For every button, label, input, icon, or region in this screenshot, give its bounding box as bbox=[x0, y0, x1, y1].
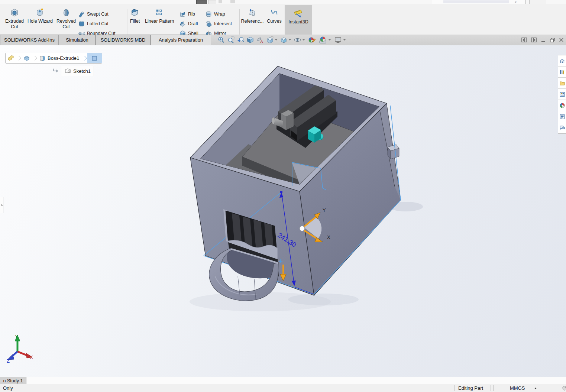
status-separator-2 bbox=[491, 385, 491, 391]
reference-geometry-button[interactable]: Referenc... bbox=[241, 7, 264, 37]
sketch-name-label[interactable]: Sketch1 bbox=[73, 68, 91, 74]
zoom-to-fit-icon[interactable] bbox=[217, 36, 226, 44]
sketch-icon bbox=[64, 68, 71, 75]
task-pane-home[interactable] bbox=[558, 55, 566, 67]
hide-show-items-icon[interactable] bbox=[293, 36, 302, 44]
reference-geometry-icon bbox=[241, 8, 264, 18]
command-tab-row: SOLIDWORKS Add-Ins Simulation SOLIDWORKS… bbox=[0, 35, 566, 46]
curves-button[interactable]: Curves bbox=[265, 7, 284, 37]
close-window-icon[interactable] bbox=[557, 36, 565, 43]
breadcrumb-selected-face[interactable] bbox=[87, 53, 102, 63]
wrap-button[interactable]: Wrap bbox=[205, 10, 225, 19]
task-pane-design-library[interactable] bbox=[558, 67, 566, 78]
instant3d-icon bbox=[285, 9, 312, 19]
breadcrumb-body-item[interactable] bbox=[22, 53, 32, 63]
collapse-right-pane-icon[interactable] bbox=[530, 36, 537, 43]
tab-simulation[interactable]: Simulation bbox=[59, 35, 96, 45]
task-pane-custom-properties[interactable] bbox=[558, 111, 566, 122]
extruded-cut-button[interactable]: Extruded Cut bbox=[4, 7, 25, 37]
part-model[interactable]: 241.30 Y X bbox=[0, 45, 566, 377]
breadcrumb-part-item[interactable] bbox=[6, 53, 16, 63]
draft-icon bbox=[179, 20, 186, 27]
hole-wizard-button[interactable]: Hole Wizard bbox=[27, 7, 54, 37]
view-orientation-icon[interactable] bbox=[265, 36, 274, 44]
motion-study-tab[interactable]: n Study 1 bbox=[0, 377, 26, 384]
curves-icon bbox=[265, 8, 284, 18]
editing-mode-label: Editing Part bbox=[458, 385, 483, 391]
hole-wizard-icon bbox=[27, 8, 54, 18]
forum-icon bbox=[559, 125, 565, 131]
breadcrumb-sketch-row[interactable]: Sketch1 bbox=[52, 66, 94, 76]
hide-show-items-dropdown-arrow[interactable] bbox=[303, 39, 305, 41]
swept-cut-icon bbox=[78, 11, 85, 18]
apply-scene-icon[interactable] bbox=[318, 36, 327, 44]
task-pane-tabs[interactable] bbox=[558, 55, 566, 134]
part-icon bbox=[7, 55, 14, 62]
breadcrumb[interactable]: Boss-Extrude1 bbox=[5, 53, 102, 64]
intersect-button[interactable]: Intersect bbox=[205, 19, 232, 28]
revolved-cut-icon bbox=[55, 8, 77, 18]
minimize-window-icon[interactable] bbox=[540, 36, 547, 43]
rib-button[interactable]: Rib bbox=[179, 10, 195, 19]
restore-window-icon[interactable] bbox=[549, 36, 556, 43]
ribbon-group-divider-2 bbox=[239, 9, 240, 36]
rib-icon bbox=[179, 11, 186, 18]
previous-view-icon[interactable] bbox=[236, 36, 245, 44]
extruded-cut-icon bbox=[4, 8, 25, 18]
fillet-icon bbox=[126, 8, 144, 18]
lofted-cut-icon bbox=[78, 20, 85, 27]
unit-system-selector[interactable]: MMGS bbox=[510, 385, 525, 391]
fillet-button[interactable]: Fillet bbox=[126, 7, 144, 37]
section-view-icon[interactable] bbox=[246, 36, 255, 44]
triad-origin-ball[interactable] bbox=[300, 226, 305, 231]
status-bar: Only Editing Part MMGS bbox=[0, 384, 566, 392]
panel-handle-dot bbox=[1, 204, 3, 206]
view-orientation-dropdown-arrow[interactable] bbox=[275, 39, 277, 41]
task-pane-appearances[interactable] bbox=[558, 100, 566, 111]
tab-analysis-preparation[interactable]: Analysis Preparation bbox=[151, 35, 211, 45]
status-separator bbox=[454, 385, 455, 391]
zoom-to-area-icon[interactable] bbox=[226, 36, 235, 44]
status-tag-icon[interactable] bbox=[561, 385, 566, 392]
appearances-scenes-icon bbox=[559, 103, 565, 108]
task-pane-file-explorer[interactable] bbox=[558, 78, 566, 89]
swept-cut-button[interactable]: Swept Cut bbox=[78, 10, 109, 19]
breadcrumb-sketch-item[interactable]: Sketch1 bbox=[61, 66, 94, 76]
view-palette-icon bbox=[559, 91, 565, 97]
chevron-right-icon-3 bbox=[82, 56, 87, 61]
world-y-label: Y bbox=[15, 334, 18, 339]
view-settings-dropdown-arrow[interactable] bbox=[343, 39, 346, 41]
lofted-cut-button[interactable]: Lofted Cut bbox=[78, 19, 109, 28]
draft-button[interactable]: Draft bbox=[179, 19, 198, 28]
view-settings-icon[interactable] bbox=[333, 36, 342, 44]
unit-system-dropdown-arrow[interactable] bbox=[534, 388, 537, 389]
face-icon bbox=[91, 55, 98, 62]
apply-scene-dropdown-arrow[interactable] bbox=[329, 39, 331, 41]
motion-study-bar: n Study 1 bbox=[0, 377, 566, 384]
triad-y-label: Y bbox=[323, 207, 326, 213]
display-style-icon[interactable] bbox=[279, 36, 288, 44]
world-z-label: Z bbox=[7, 358, 10, 364]
task-pane-forum[interactable] bbox=[558, 122, 566, 133]
tab-solidworks-mbd[interactable]: SOLIDWORKS MBD bbox=[96, 35, 151, 45]
collapsed-panel-handle[interactable] bbox=[0, 197, 3, 213]
feature-name-label[interactable]: Boss-Extrude1 bbox=[46, 55, 80, 61]
collapse-left-pane-icon[interactable] bbox=[520, 36, 528, 43]
task-pane-view-palette[interactable] bbox=[558, 89, 566, 100]
world-x-label: X bbox=[30, 354, 33, 360]
breadcrumb-feature-item[interactable]: Boss-Extrude1 bbox=[38, 53, 82, 63]
revolved-cut-button[interactable]: Revolved Cut bbox=[55, 7, 77, 37]
custom-properties-icon bbox=[559, 114, 565, 120]
status-left-text: Only bbox=[3, 385, 13, 391]
dynamic-annotation-views-icon[interactable] bbox=[255, 36, 264, 44]
triad-x-label: X bbox=[327, 234, 330, 240]
display-style-dropdown-arrow[interactable] bbox=[289, 39, 291, 41]
instant3d-toggle-button[interactable]: Instant3D bbox=[285, 5, 312, 37]
search-input-field[interactable] bbox=[443, 0, 509, 3]
side-tab[interactable] bbox=[388, 145, 399, 159]
graphics-viewport[interactable]: 241.30 Y X bbox=[0, 45, 566, 377]
titlebar-glyph-2 bbox=[230, 0, 235, 3]
edit-appearance-icon[interactable] bbox=[307, 36, 316, 44]
linear-pattern-button[interactable]: Linear Pattern bbox=[145, 7, 174, 37]
tab-solidworks-add-ins[interactable]: SOLIDWORKS Add-Ins bbox=[0, 35, 59, 45]
